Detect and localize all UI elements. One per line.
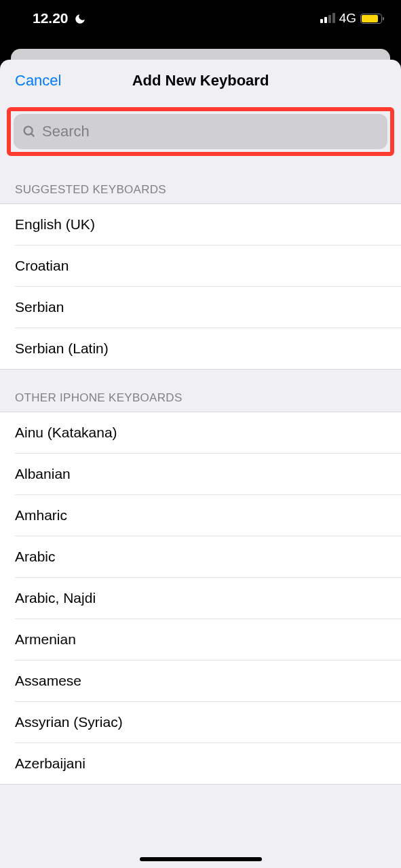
list-item[interactable]: Arabic (15, 536, 401, 578)
search-icon (22, 124, 37, 139)
other-keyboards-list: Ainu (Katakana) Albanian Amharic Arabic … (0, 412, 401, 785)
suggested-keyboards-list: English (UK) Croatian Serbian Serbian (L… (0, 203, 401, 370)
home-indicator[interactable] (140, 857, 262, 861)
list-item[interactable]: Serbian (Latin) (15, 328, 401, 369)
status-bar: 12.20 4G (0, 0, 401, 37)
other-section-header: OTHER IPHONE KEYBOARDS (0, 370, 401, 412)
cancel-button[interactable]: Cancel (15, 72, 61, 90)
svg-point-0 (24, 127, 33, 135)
list-item[interactable]: Armenian (15, 619, 401, 660)
list-item[interactable]: Ainu (Katakana) (15, 412, 401, 454)
list-item[interactable]: Assamese (15, 660, 401, 702)
status-right: 4G (320, 11, 382, 26)
search-input[interactable] (42, 123, 379, 140)
add-keyboard-modal: Cancel Add New Keyboard SUGGESTED KEYBOA… (0, 60, 401, 868)
status-left: 12.20 (33, 10, 86, 26)
list-item[interactable]: Croatian (15, 245, 401, 287)
network-type: 4G (339, 11, 356, 26)
battery-icon (360, 14, 382, 24)
svg-line-1 (31, 134, 34, 136)
list-item[interactable]: Amharic (15, 495, 401, 536)
signal-strength-icon (320, 14, 335, 23)
list-item[interactable]: Serbian (15, 287, 401, 328)
status-time: 12.20 (33, 10, 69, 26)
list-item[interactable]: Albanian (15, 454, 401, 495)
search-highlight-annotation (7, 107, 394, 156)
list-item[interactable]: Arabic, Najdi (15, 578, 401, 619)
suggested-section-header: SUGGESTED KEYBOARDS (0, 161, 401, 203)
modal-header: Cancel Add New Keyboard (0, 60, 401, 102)
modal-title: Add New Keyboard (132, 72, 269, 90)
list-item[interactable]: Azerbaijani (15, 743, 401, 784)
do-not-disturb-icon (74, 12, 86, 24)
list-item[interactable]: English (UK) (15, 204, 401, 245)
search-bar[interactable] (14, 114, 387, 149)
list-item[interactable]: Assyrian (Syriac) (15, 702, 401, 743)
